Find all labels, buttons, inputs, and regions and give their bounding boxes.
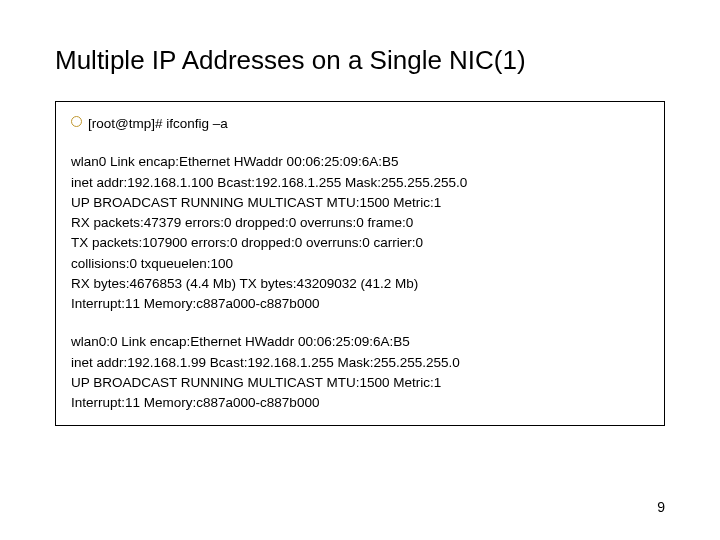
output-line: RX packets:47379 errors:0 dropped:0 over… (71, 213, 649, 233)
terminal-output-box: [root@tmp]# ifconfig –a wlan0 Link encap… (55, 101, 665, 426)
slide: Multiple IP Addresses on a Single NIC(1)… (0, 0, 720, 540)
interface-block-wlan0: wlan0 Link encap:Ethernet HWaddr 00:06:2… (71, 152, 649, 314)
output-line: UP BROADCAST RUNNING MULTICAST MTU:1500 … (71, 193, 649, 213)
output-line: TX packets:107900 errors:0 dropped:0 ove… (71, 233, 649, 253)
output-line: wlan0:0 Link encap:Ethernet HWaddr 00:06… (71, 332, 649, 352)
shell-command: [root@tmp]# ifconfig –a (88, 116, 228, 131)
output-line: wlan0 Link encap:Ethernet HWaddr 00:06:2… (71, 152, 649, 172)
output-line: collisions:0 txqueuelen:100 (71, 254, 649, 274)
output-line: Interrupt:11 Memory:c887a000-c887b000 (71, 294, 649, 314)
shell-prompt-line: [root@tmp]# ifconfig –a (71, 114, 649, 134)
output-line: inet addr:192.168.1.99 Bcast:192.168.1.2… (71, 353, 649, 373)
output-line: Interrupt:11 Memory:c887a000-c887b000 (71, 393, 649, 413)
bullet-icon (71, 116, 82, 127)
output-line: RX bytes:4676853 (4.4 Mb) TX bytes:43209… (71, 274, 649, 294)
page-number: 9 (657, 499, 665, 515)
output-line: UP BROADCAST RUNNING MULTICAST MTU:1500 … (71, 373, 649, 393)
slide-title: Multiple IP Addresses on a Single NIC(1) (55, 45, 665, 76)
interface-block-wlan0-0: wlan0:0 Link encap:Ethernet HWaddr 00:06… (71, 332, 649, 413)
output-line: inet addr:192.168.1.100 Bcast:192.168.1.… (71, 173, 649, 193)
